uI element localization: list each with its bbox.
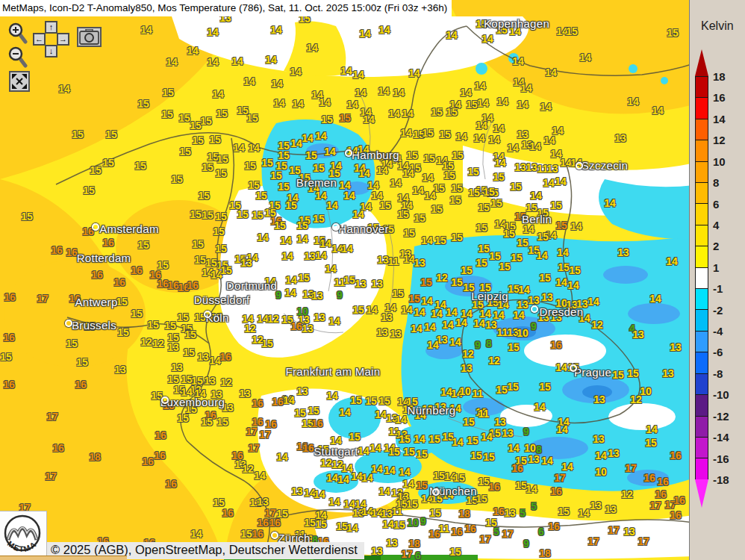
temp-reading: 15 xyxy=(423,153,435,164)
temp-reading: 14 xyxy=(337,474,349,485)
temp-reading: 16 xyxy=(219,352,231,362)
temp-reading: 15 xyxy=(555,220,567,231)
temp-reading: 15 xyxy=(431,107,443,117)
temp-reading: 14 xyxy=(421,296,433,306)
temp-reading: 5 xyxy=(520,508,526,518)
temp-reading: 14 xyxy=(166,57,178,67)
temp-reading: 12 xyxy=(320,458,332,468)
temp-reading: 16 xyxy=(550,340,562,350)
temp-reading: 14 xyxy=(58,84,70,94)
temp-reading: 9 xyxy=(523,426,529,437)
temp-reading: 14 xyxy=(285,275,297,285)
temp-reading: 15 xyxy=(147,320,159,330)
temp-reading: 15 xyxy=(274,220,286,231)
city-marker xyxy=(345,149,352,157)
temp-reading: 14 xyxy=(555,277,567,287)
city-label: Antwerp xyxy=(75,296,117,308)
temp-reading: 14 xyxy=(400,128,412,138)
temp-reading: 15 xyxy=(255,190,267,201)
temp-reading: 18 xyxy=(539,548,551,559)
temp-reading: 14 xyxy=(496,96,508,107)
temp-reading: 16 xyxy=(252,398,264,408)
temp-reading: 13 xyxy=(377,255,389,265)
city-label: Frankfurt am Main xyxy=(286,365,381,378)
temp-reading: 13 xyxy=(617,247,629,258)
legend-title: Kelvin xyxy=(701,19,734,33)
temp-reading: 15 xyxy=(414,213,426,223)
temp-reading: 16 xyxy=(52,443,64,453)
temp-reading: 15 xyxy=(379,200,391,211)
temp-reading: 14 xyxy=(254,470,266,481)
temp-reading: 13 xyxy=(204,376,216,386)
zoom-out-button[interactable] xyxy=(7,46,28,72)
temp-reading: 15 xyxy=(313,163,325,173)
temp-reading: 15 xyxy=(215,211,227,222)
temp-reading: 14 xyxy=(324,146,336,157)
temp-reading: 16 xyxy=(643,473,655,483)
temp-reading: 14 xyxy=(315,190,327,201)
temp-reading: 15 xyxy=(476,258,487,268)
temp-reading: 14 xyxy=(359,28,371,39)
pan-right-button[interactable]: → xyxy=(57,33,69,46)
temp-reading: 14 xyxy=(595,450,607,461)
temp-reading: 12 xyxy=(152,338,164,349)
temp-reading: 12 xyxy=(252,335,264,345)
temp-reading: 13 xyxy=(670,342,682,352)
city-label: Amsterdam xyxy=(99,223,158,235)
temp-reading: 14 xyxy=(414,434,426,444)
temp-reading: 16 xyxy=(670,510,682,520)
temp-reading: 15 xyxy=(179,146,191,157)
temp-reading: 13 xyxy=(197,352,209,362)
temp-reading: 14 xyxy=(507,143,519,153)
temp-reading: 16 xyxy=(272,396,284,407)
temp-reading: 15 xyxy=(202,162,213,172)
temp-reading: 14 xyxy=(233,143,245,153)
temp-reading: 10 xyxy=(407,517,419,528)
weather-map-canvas[interactable]: 1414141414141514151515151515151515151515… xyxy=(0,0,694,560)
temp-reading: 14 xyxy=(290,66,302,77)
zoom-in-button[interactable] xyxy=(7,22,28,48)
city-label: Dresden xyxy=(540,305,584,318)
metmaps-logo[interactable]: METMAPS xyxy=(0,511,47,560)
temp-reading: 13 xyxy=(414,258,426,268)
temp-reading: 16 xyxy=(548,521,560,532)
temp-reading: 15 xyxy=(131,308,143,319)
temp-reading: 15 xyxy=(466,99,478,110)
temp-reading: 14 xyxy=(343,190,355,201)
pan-down-button[interactable]: ↓ xyxy=(45,45,57,57)
temp-reading: 14 xyxy=(513,310,525,320)
screenshot-button[interactable] xyxy=(77,27,102,47)
temp-reading: 18 xyxy=(458,508,470,519)
temp-reading: 14 xyxy=(427,340,439,350)
temp-reading: 17 xyxy=(259,429,271,440)
pan-left-button[interactable]: ← xyxy=(33,33,46,46)
temp-reading: 14 xyxy=(508,443,520,453)
temp-reading: 14 xyxy=(555,176,567,187)
legend-arrow-up xyxy=(695,49,708,76)
temp-reading: 15 xyxy=(428,434,440,444)
temp-reading: 15 xyxy=(645,438,657,448)
temp-reading: 16 xyxy=(252,529,264,539)
temp-reading: 8 xyxy=(486,338,492,349)
temp-reading: 14 xyxy=(570,221,582,231)
temp-reading: 9 xyxy=(523,538,529,549)
pan-up-button[interactable]: ↑ xyxy=(45,21,57,34)
temp-reading: 14 xyxy=(411,323,423,334)
temp-reading: 17 xyxy=(479,534,491,544)
temp-reading: 12 xyxy=(621,489,633,500)
temp-reading: 15 xyxy=(463,417,475,427)
temp-reading: 13 xyxy=(376,327,388,337)
temp-reading: 14 xyxy=(578,508,590,518)
temp-reading: 14 xyxy=(412,185,424,196)
fullscreen-button[interactable] xyxy=(9,71,30,92)
city-label: Dortmund xyxy=(226,279,277,292)
temp-reading: 15 xyxy=(294,408,306,418)
city-marker xyxy=(531,305,538,313)
legend-tick: -18 xyxy=(713,474,729,485)
temp-reading: 15 xyxy=(213,497,225,508)
temp-reading: 12 xyxy=(488,355,500,366)
legend-segment xyxy=(696,225,708,246)
temp-reading: 12 xyxy=(140,337,152,347)
temp-reading: 14 xyxy=(446,30,458,40)
temp-reading: 17 xyxy=(625,463,637,473)
